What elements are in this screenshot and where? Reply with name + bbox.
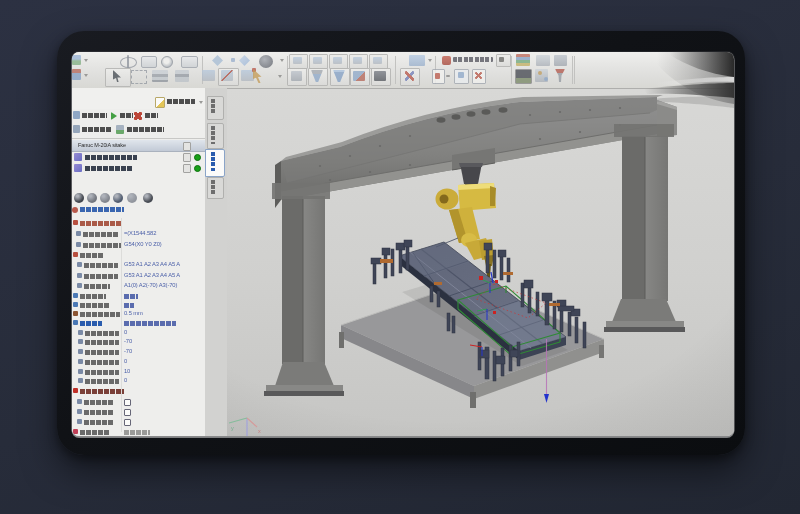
- svg-text:x: x: [258, 428, 261, 434]
- svg-text:y: y: [231, 425, 234, 431]
